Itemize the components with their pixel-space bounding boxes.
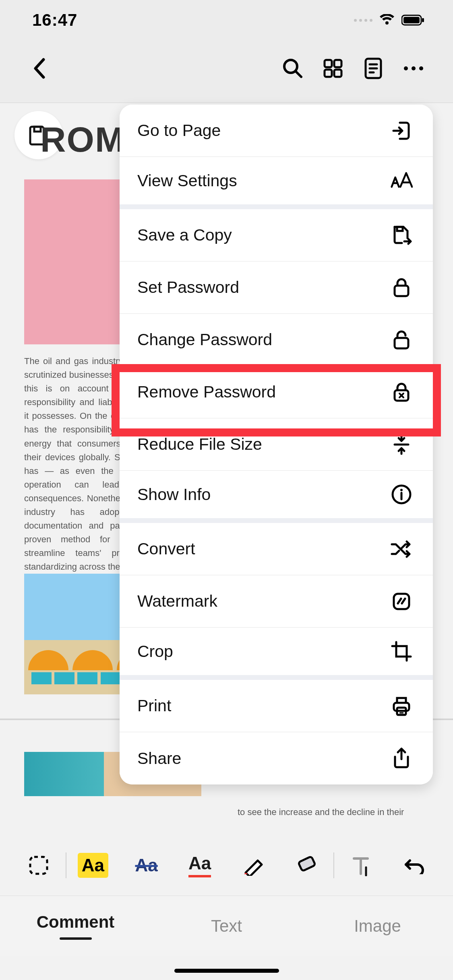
eraser-tool[interactable] xyxy=(280,839,333,891)
menu-item-reduce-file-size[interactable]: Reduce File Size xyxy=(120,418,433,471)
lock-open-icon xyxy=(390,329,413,351)
svg-point-11 xyxy=(419,66,423,70)
crop-icon xyxy=(390,640,413,663)
watermark-icon xyxy=(390,590,413,613)
print-icon xyxy=(390,695,413,717)
menu-item-label: Convert xyxy=(137,539,195,558)
search-button[interactable] xyxy=(273,48,313,89)
svg-rect-2 xyxy=(422,18,424,22)
svg-rect-13 xyxy=(397,227,403,231)
compress-icon xyxy=(390,433,413,456)
annotation-toolbar: Aa Aa Aa xyxy=(0,839,453,891)
lock-closed-icon xyxy=(390,276,413,299)
tab-comment[interactable]: Comment xyxy=(0,896,151,956)
share-icon xyxy=(390,747,413,770)
tab-label: Image xyxy=(354,916,401,936)
cell-signal-icon xyxy=(354,19,372,22)
info-icon xyxy=(390,483,413,506)
menu-item-share[interactable]: Share xyxy=(120,732,433,784)
menu-item-label: Remove Password xyxy=(137,383,276,401)
underline-sample: Aa xyxy=(188,853,211,877)
menu-item-label: Set Password xyxy=(137,278,239,297)
svg-rect-12 xyxy=(34,127,41,132)
status-bar: 16:47 xyxy=(0,0,453,40)
underline-tool[interactable]: Aa xyxy=(173,839,227,891)
back-button[interactable] xyxy=(19,48,60,89)
menu-item-label: Crop xyxy=(137,642,173,661)
wifi-icon xyxy=(379,14,395,26)
svg-point-9 xyxy=(404,66,408,70)
svg-rect-7 xyxy=(334,70,341,77)
highlight-sample: Aa xyxy=(78,853,108,878)
menu-item-show-info[interactable]: Show Info xyxy=(120,471,433,523)
status-time: 16:47 xyxy=(32,10,77,30)
menu-item-go-to-page[interactable]: Go to Page xyxy=(120,105,433,157)
strikethrough-sample: Aa xyxy=(135,855,157,875)
tab-label: Text xyxy=(211,916,242,936)
menu-item-set-password[interactable]: Set Password xyxy=(120,261,433,314)
highlight-tool[interactable]: Aa xyxy=(66,839,120,891)
menu-item-convert[interactable]: Convert xyxy=(120,523,433,575)
tab-label: Comment xyxy=(37,912,115,932)
tab-text[interactable]: Text xyxy=(151,896,302,956)
menu-item-label: Print xyxy=(137,696,171,715)
lock-x-icon xyxy=(390,381,413,404)
menu-item-label: Watermark xyxy=(137,592,217,611)
menu-item-label: Show Info xyxy=(137,485,211,504)
menu-item-remove-password[interactable]: Remove Password xyxy=(120,366,433,418)
menu-item-label: Save a Copy xyxy=(137,226,232,245)
save-export-icon xyxy=(390,224,413,247)
menu-item-label: Reduce File Size xyxy=(137,435,262,454)
battery-icon xyxy=(401,14,425,26)
menu-item-label: Change Password xyxy=(137,330,272,349)
active-tab-underline xyxy=(60,937,92,940)
svg-rect-1 xyxy=(403,17,420,23)
undo-button[interactable] xyxy=(387,839,441,891)
menu-item-label: View Settings xyxy=(137,171,237,190)
menu-item-label: Go to Page xyxy=(137,121,221,140)
svg-rect-14 xyxy=(395,286,408,296)
svg-rect-15 xyxy=(395,338,408,348)
svg-rect-4 xyxy=(325,60,332,67)
marker-tool[interactable] xyxy=(227,839,280,891)
mode-tabs: Comment Text Image xyxy=(0,896,453,956)
more-button[interactable] xyxy=(393,48,434,89)
menu-item-print[interactable]: Print xyxy=(120,680,433,732)
doc-column-text: to see the increase and the decline in t… xyxy=(238,807,427,817)
shuffle-icon xyxy=(390,538,413,560)
menu-item-change-password[interactable]: Change Password xyxy=(120,314,433,366)
tab-image[interactable]: Image xyxy=(302,896,453,956)
home-indicator xyxy=(174,969,279,973)
svg-rect-19 xyxy=(394,594,409,609)
status-indicators xyxy=(354,14,425,26)
svg-rect-23 xyxy=(298,856,316,871)
strikethrough-tool[interactable]: Aa xyxy=(120,839,173,891)
svg-point-18 xyxy=(400,489,403,491)
outline-button[interactable] xyxy=(353,48,393,89)
svg-point-10 xyxy=(412,66,416,70)
menu-item-crop[interactable]: Crop xyxy=(120,628,433,680)
top-nav xyxy=(0,40,453,97)
menu-item-view-settings[interactable]: View Settings xyxy=(120,157,433,209)
doc-heading-fragment: ROM xyxy=(40,119,125,160)
svg-rect-6 xyxy=(325,70,332,77)
selection-tool[interactable] xyxy=(12,839,66,891)
menu-item-label: Share xyxy=(137,749,181,768)
menu-item-save-copy[interactable]: Save a Copy xyxy=(120,209,433,261)
text-tool[interactable] xyxy=(334,839,388,891)
svg-rect-5 xyxy=(334,60,341,67)
enter-page-icon xyxy=(390,119,413,142)
menu-item-watermark[interactable]: Watermark xyxy=(120,575,433,628)
text-size-icon xyxy=(390,169,413,192)
svg-rect-22 xyxy=(30,857,47,874)
more-menu: Go to Page View Settings Save a Copy Set… xyxy=(120,105,433,784)
thumbnails-button[interactable] xyxy=(313,48,353,89)
